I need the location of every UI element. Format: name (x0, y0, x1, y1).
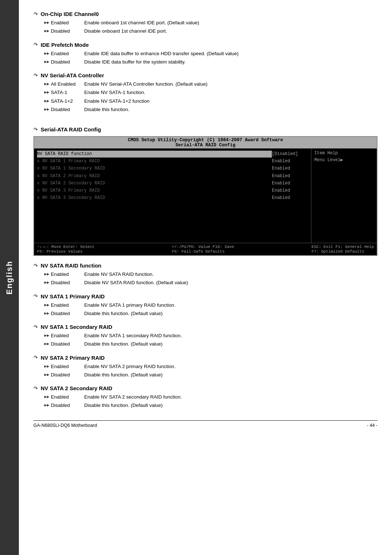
section-nv-sata-raid-fn: NV SATA RAID function Enabled Enable NV … (33, 262, 377, 287)
option-row: Disabled Disable this function. (Default… (44, 310, 377, 317)
cmos-footer-col1-line2: F5: Previous Values (37, 249, 94, 254)
section-title-nv-serial-ata: NV Serial-ATA Controller (33, 72, 377, 78)
cmos-row-label: x NV SATA 2 Secondary RAID (37, 180, 272, 187)
option-row: Disabled Disable this function. (Default… (44, 402, 377, 409)
footer-right: - 44 - (367, 423, 377, 428)
option-label: Disabled (44, 310, 84, 317)
option-desc: Disable this function. (Default value) (84, 340, 377, 348)
cmos-row-label: x NV SATA 1 Secondary RAID (37, 165, 272, 172)
cmos-footer-col1: ↑↓→←: Move Enter: Select F5: Previous Va… (37, 245, 94, 254)
section-title-nv-sata2-secondary: NV SATA 2 Secondary RAID (33, 385, 377, 391)
option-desc: Enable NV SATA 1 primary RAID function. (84, 302, 377, 309)
cmos-footer-col1-line1: ↑↓→←: Move Enter: Select (37, 245, 94, 249)
option-desc: Enable NV SATA RAID function. (84, 271, 377, 278)
option-desc: Enable NV SATA-1+2 function (84, 98, 377, 105)
cmos-footer-col3-line1: ESC: Exit F1: General Help (311, 245, 374, 249)
cmos-row-value: Enabled (272, 165, 308, 172)
page-footer: GA-N680SLI-DQ6 Motherboard - 44 - (33, 420, 377, 428)
option-label: SATA-1 (44, 89, 84, 96)
option-list-nv-sata1-secondary: Enabled Enable NV SATA 1 secondary RAID … (44, 332, 377, 348)
option-label: Enabled (44, 271, 84, 278)
option-desc: Enable NV SATA 2 primary RAID function. (84, 363, 377, 370)
option-list-nv-sata-raid-fn: Enabled Enable NV SATA RAID function. Di… (44, 271, 377, 287)
section-title-nv-sata1-primary: NV SATA 1 Primary RAID (33, 293, 377, 299)
option-desc: Disable this function. (Default value) (84, 371, 377, 379)
cmos-row-value: [Disabled] (272, 151, 308, 158)
option-desc: Disable this function. (Default value) (84, 402, 377, 409)
option-row: Enabled Enable NV SATA RAID function. (44, 271, 377, 278)
option-row: Enabled Enable IDE data buffer to enhanc… (44, 50, 377, 57)
option-list-ide-prefetch: Enabled Enable IDE data buffer to enhanc… (44, 50, 377, 66)
option-row: SATA-1 Enable NV SATA-1 function. (44, 89, 377, 96)
cmos-table-row: x NV SATA 1 Secondary RAIDEnabled (37, 165, 308, 172)
option-label: Disabled (44, 106, 84, 113)
cmos-row-label: x NV SATA 1 Primary RAID (37, 158, 272, 165)
option-row: Enabled Enable NV SATA 1 primary RAID fu… (44, 302, 377, 309)
section-nv-sata2-primary: NV SATA 2 Primary RAID Enabled Enable NV… (33, 355, 377, 379)
option-row: Disabled Disable onboard 1st channel IDE… (44, 28, 377, 35)
cmos-row-value: Enabled (272, 187, 308, 194)
cmos-row-value: Enabled (272, 173, 308, 180)
option-label: Disabled (44, 28, 84, 35)
option-desc: Disable NV SATA RAID function. (Default … (84, 279, 377, 286)
cmos-footer: ↑↓→←: Move Enter: Select F5: Previous Va… (34, 243, 377, 255)
cmos-row-label: x NV SATA 2 Primary RAID (37, 173, 272, 180)
option-row: Disabled Disable NV SATA RAID function. … (44, 279, 377, 286)
option-row: Enabled Enable NV SATA 2 primary RAID fu… (44, 363, 377, 370)
option-list-on-chip-ide: Enabled Enable onboard 1st channel IDE p… (44, 19, 377, 35)
cmos-body: NV SATA RAID function[Disabled]x NV SATA… (34, 148, 377, 243)
cmos-row-label: NV SATA RAID function (37, 151, 272, 158)
section-title-nv-sata-raid-fn: NV SATA RAID function (33, 262, 377, 269)
option-label: Disabled (44, 340, 84, 348)
option-row: Enabled Enable NV SATA 1 secondary RAID … (44, 332, 377, 339)
option-desc: Enable NV SATA 2 secondary RAID function… (84, 393, 377, 401)
section-title-nv-sata1-secondary: NV SATA 1 Secondary RAID (33, 324, 377, 330)
option-label: Enabled (44, 393, 84, 401)
cmos-table-row: NV SATA RAID function[Disabled] (37, 151, 308, 158)
option-label: SATA-1+2 (44, 98, 84, 105)
cmos-dialog: CMOS Setup Utility-Copyright (C) 1984-20… (33, 136, 377, 256)
footer-left: GA-N680SLI-DQ6 Motherboard (33, 423, 97, 428)
cmos-row-value: Enabled (272, 195, 308, 201)
cmos-help-panel: Item Help Menu Level▶ (311, 148, 377, 243)
option-row: Disabled Disable this function. (Default… (44, 371, 377, 379)
cmos-footer-col3-line2: F7: Optimized Defaults (311, 249, 374, 254)
option-row: Enabled Enable NV SATA 2 secondary RAID … (44, 393, 377, 401)
option-list-nv-sata2-secondary: Enabled Enable NV SATA 2 secondary RAID … (44, 393, 377, 409)
section-ide-prefetch: IDE Prefetch Mode Enabled Enable IDE dat… (33, 42, 377, 66)
option-label: Enabled (44, 19, 84, 26)
cmos-footer-col2-line1: +/-/PU/PD: Value F10: Save (172, 245, 234, 249)
option-desc: Disable IDE data buffer for the system s… (84, 58, 377, 66)
option-label: Enabled (44, 363, 84, 370)
cmos-footer-col2: +/-/PU/PD: Value F10: Save F6: Fail-Safe… (172, 245, 234, 254)
option-row: Enabled Enable onboard 1st channel IDE p… (44, 19, 377, 26)
sidebar-label: English (5, 261, 14, 294)
cmos-help-menu-level: Menu Level▶ (314, 157, 374, 163)
section-nv-sata2-secondary: NV SATA 2 Secondary RAID Enabled Enable … (33, 385, 377, 409)
cmos-footer-col2-line2: F6: Fail-Safe Defaults (172, 249, 234, 254)
cmos-table-row: x NV SATA 2 Primary RAIDEnabled (37, 173, 308, 180)
option-row: Disabled Disable this function. (44, 106, 377, 113)
cmos-row-label: x NV SATA 3 Secondary RAID (37, 195, 272, 201)
section-title-ide-prefetch: IDE Prefetch Mode (33, 42, 377, 48)
cmos-header-line1: CMOS Setup Utility-Copyright (C) 1984-20… (36, 138, 375, 143)
option-label: Disabled (44, 402, 84, 409)
section-title-nv-sata2-primary: NV SATA 2 Primary RAID (33, 355, 377, 361)
option-list-nv-sata1-primary: Enabled Enable NV SATA 1 primary RAID fu… (44, 302, 377, 318)
sidebar: English (0, 0, 19, 555)
cmos-header: CMOS Setup Utility-Copyright (C) 1984-20… (34, 137, 377, 148)
option-row: Disabled Disable this function. (Default… (44, 340, 377, 348)
option-desc: Enable IDE data buffer to enhance HDD tr… (84, 50, 377, 57)
option-label: Disabled (44, 58, 84, 66)
cmos-table-row: x NV SATA 3 Secondary RAIDEnabled (37, 195, 308, 201)
cmos-help-title: Item Help (314, 151, 374, 156)
section-title-serial-ata-raid: Serial-ATA RAID Config (33, 126, 377, 132)
main-content: On-Chip IDE Channel0 Enabled Enable onbo… (19, 0, 392, 555)
cmos-row-value: Enabled (272, 158, 308, 165)
option-label: Disabled (44, 371, 84, 379)
cmos-table-row: x NV SATA 1 Primary RAIDEnabled (37, 158, 308, 165)
cmos-rows: NV SATA RAID function[Disabled]x NV SATA… (37, 151, 308, 201)
option-desc: Disable onboard 1st channel IDE port. (84, 28, 377, 35)
option-desc: Enable onboard 1st channel IDE port. (De… (84, 19, 377, 26)
section-nv-sata1-primary: NV SATA 1 Primary RAID Enabled Enable NV… (33, 293, 377, 318)
